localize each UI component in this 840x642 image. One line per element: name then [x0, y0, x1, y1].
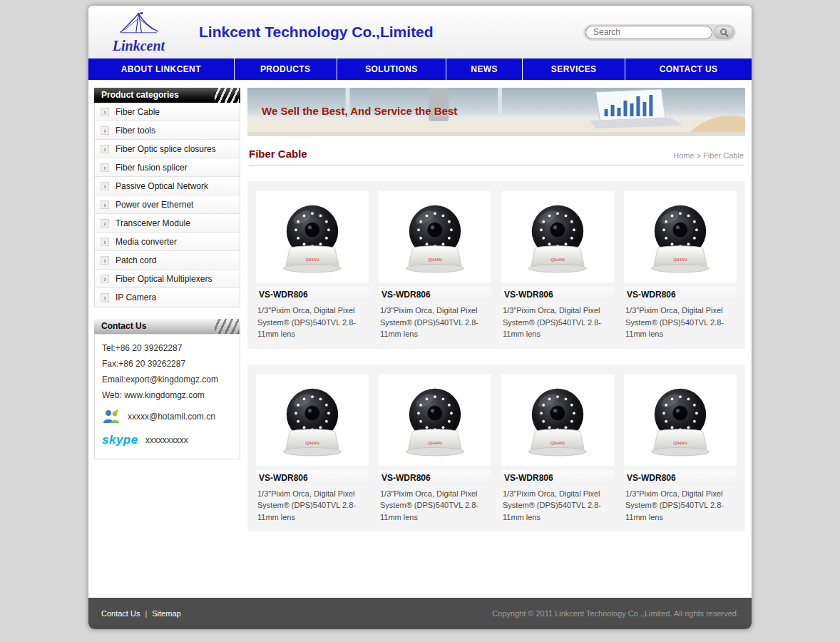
breadcrumb-separator: > [697, 151, 701, 160]
camera-brand-text: QIHAN [428, 440, 442, 445]
chevron-right-icon: › [101, 182, 109, 190]
camera-brand-text: QIHAN [428, 257, 442, 262]
search-icon [719, 28, 729, 37]
banner-image: We Sell the Best, And Service the Best [247, 88, 745, 136]
page-container: Linkcent Linkcent Technology Co.,Limited… [88, 6, 752, 629]
sidebar-category-item[interactable]: › Fiber fusion splicer [95, 158, 240, 177]
product-image[interactable]: QIHAN [624, 374, 737, 466]
content: Product categories › Fiber Cable › Fiber… [88, 80, 752, 598]
nav-item[interactable]: NEWS [446, 58, 523, 80]
contact-line: Email:export@kingdomgz.com [102, 374, 232, 384]
main-column: We Sell the Best, And Service the Best F… [247, 88, 745, 531]
skype-id: xxxxxxxxxx [145, 435, 188, 445]
product-card[interactable]: QIHAN VS-WDR806 1/3"Pixim Orca, Digital … [501, 191, 614, 340]
contact-line: Fax:+86 20 39262287 [102, 359, 232, 369]
chevron-right-icon: › [101, 163, 109, 172]
product-card[interactable]: QIHAN VS-WDR806 1/3"Pixim Orca, Digital … [379, 191, 491, 340]
product-card[interactable]: QIHAN VS-WDR806 1/3"Pixim Orca, Digital … [256, 191, 369, 340]
product-grid-row-1: QIHAN VS-WDR806 1/3"Pixim Orca, Digital … [247, 181, 745, 349]
category-label: Fiber Optic splice closures [116, 144, 216, 154]
nav-item[interactable]: SERVICES [523, 58, 625, 80]
footer-link-contact-us[interactable]: Contact Us [101, 609, 140, 618]
category-label: Patch cord [116, 255, 156, 265]
category-label: Passive Optical Network [116, 181, 208, 191]
nav-item[interactable]: ABOUT LINKCENT [88, 58, 235, 80]
product-image[interactable]: QIHAN [624, 191, 737, 282]
breadcrumb-home[interactable]: Home [673, 151, 694, 160]
sidebar: Product categories › Fiber Cable › Fiber… [94, 88, 240, 459]
main-nav: ABOUT LINKCENT PRODUCTS SOLUTIONS NEWS S… [88, 58, 752, 80]
logo[interactable]: Linkcent [94, 11, 183, 53]
category-label: Transceiver Module [116, 218, 190, 228]
camera-brand-text: QIHAN [305, 440, 319, 445]
product-card[interactable]: QIHAN VS-WDR806 1/3"Pixim Orca, Digital … [624, 374, 737, 524]
search-button[interactable] [714, 26, 734, 39]
dome-camera-image: QIHAN [520, 195, 595, 279]
msn-address: xxxxx@hotamil.com.cn [128, 412, 215, 422]
contact-box: Tel:+86 20 39262287 Fax:+86 20 39262287 … [94, 334, 240, 459]
dome-camera-image: QIHAN [642, 195, 718, 279]
dome-camera-image: QIHAN [642, 378, 718, 462]
sidebar-category-item[interactable]: › Fiber tools [95, 121, 240, 140]
sidebar-category-item[interactable]: › Media converter [95, 233, 240, 251]
product-description: 1/3"Pixim Orca, Digital Pixel System® (D… [624, 485, 737, 524]
product-name[interactable]: VS-WDR806 [379, 470, 491, 485]
camera-brand-text: QIHAN [305, 257, 319, 262]
nav-item[interactable]: CONTACT US [625, 58, 752, 80]
sidebar-category-item[interactable]: › Fiber Cable [95, 103, 240, 121]
contact-lines: Tel:+86 20 39262287 Fax:+86 20 39262287 … [102, 343, 232, 400]
category-label: Fiber Optical Multiplexers [116, 274, 212, 284]
product-description: 1/3"Pixim Orca, Digital Pixel System® (D… [256, 485, 369, 524]
dome-camera-image: QIHAN [275, 378, 350, 462]
footer-link-sitemap[interactable]: Sitemap [152, 609, 180, 618]
product-image[interactable]: QIHAN [379, 374, 491, 466]
chevron-right-icon: › [101, 108, 109, 116]
product-name[interactable]: VS-WDR806 [501, 287, 614, 302]
search-box [583, 24, 736, 41]
category-label: Fiber Cable [116, 107, 160, 117]
product-image[interactable]: QIHAN [379, 191, 491, 282]
category-label: Power over Ethernet [116, 200, 193, 210]
dome-camera-image: QIHAN [397, 378, 473, 462]
product-card[interactable]: QIHAN VS-WDR806 1/3"Pixim Orca, Digital … [256, 374, 369, 524]
sidebar-category-item[interactable]: › IP Camera [95, 288, 240, 307]
chevron-right-icon: › [101, 145, 109, 153]
sidebar-category-item[interactable]: › Power over Ethernet [95, 195, 240, 214]
chevron-right-icon: › [101, 293, 109, 302]
nav-item[interactable]: PRODUCTS [235, 58, 337, 80]
product-card[interactable]: QIHAN VS-WDR806 1/3"Pixim Orca, Digital … [501, 374, 614, 524]
product-grid-row-2: QIHAN VS-WDR806 1/3"Pixim Orca, Digital … [247, 365, 745, 532]
sidebar-category-item[interactable]: › Fiber Optical Multiplexers [95, 270, 240, 288]
page-title: Fiber Cable [249, 148, 307, 160]
product-description: 1/3"Pixim Orca, Digital Pixel System® (D… [379, 485, 491, 524]
product-name[interactable]: VS-WDR806 [501, 470, 614, 485]
product-name[interactable]: VS-WDR806 [256, 287, 369, 302]
product-image[interactable]: QIHAN [501, 191, 614, 282]
camera-brand-text: QIHAN [550, 257, 565, 262]
product-card[interactable]: QIHAN VS-WDR806 1/3"Pixim Orca, Digital … [624, 191, 737, 340]
nav-item[interactable]: SOLUTIONS [337, 58, 446, 80]
product-name[interactable]: VS-WDR806 [624, 287, 737, 302]
breadcrumb: Home > Fiber Cable [673, 151, 744, 160]
product-name[interactable]: VS-WDR806 [256, 470, 369, 485]
product-categories-header: Product categories [94, 88, 240, 103]
product-name[interactable]: VS-WDR806 [624, 470, 737, 485]
product-image[interactable]: QIHAN [256, 191, 369, 282]
footer: Contact Us | Sitemap Copyright © 2011 Li… [88, 598, 752, 629]
skype-logo: skype [102, 433, 138, 447]
product-image[interactable]: QIHAN [256, 374, 369, 466]
product-name[interactable]: VS-WDR806 [379, 287, 491, 302]
product-card[interactable]: QIHAN VS-WDR806 1/3"Pixim Orca, Digital … [379, 374, 491, 524]
sidebar-category-item[interactable]: › Fiber Optic splice closures [95, 140, 240, 158]
category-label: Fiber tools [116, 126, 155, 136]
product-image[interactable]: QIHAN [501, 374, 614, 466]
chevron-right-icon: › [101, 238, 109, 246]
sidebar-category-item[interactable]: › Transceiver Module [95, 214, 240, 233]
search-input[interactable] [585, 26, 712, 39]
category-label: IP Camera [116, 292, 156, 302]
category-label: Media converter [116, 237, 177, 247]
sidebar-category-item[interactable]: › Passive Optical Network [95, 177, 240, 195]
msn-row: xxxxx@hotamil.com.cn [102, 409, 232, 424]
camera-brand-text: QIHAN [550, 440, 565, 445]
sidebar-category-item[interactable]: › Patch cord [95, 251, 240, 270]
